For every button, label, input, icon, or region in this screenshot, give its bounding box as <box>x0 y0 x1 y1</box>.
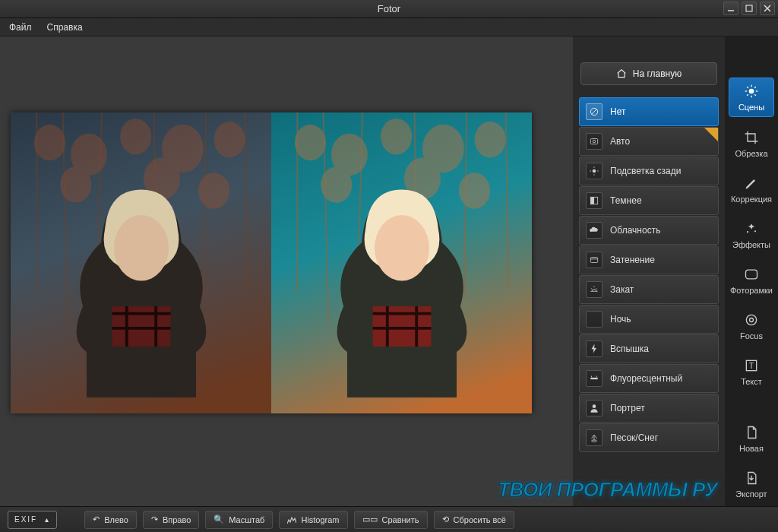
portrait-silhouette <box>310 179 492 413</box>
close-button[interactable] <box>760 2 775 15</box>
sunset-icon <box>586 281 602 298</box>
scene-item-flash[interactable]: Вспышка <box>579 334 719 363</box>
scene-item-night[interactable]: Ночь <box>579 305 719 334</box>
scene-item-sandsnow[interactable]: Песок/Снег <box>579 423 719 452</box>
tool-sparkles[interactable]: Эффекты <box>729 216 774 254</box>
scene-item-label: Песок/Снег <box>610 432 658 443</box>
rotate-left-button[interactable]: ↶Влево <box>84 511 137 529</box>
scene-item-label: Вспышка <box>610 344 649 354</box>
scene-list: НетАвтоПодсветка сзадиТемнееОблачностьЗа… <box>579 97 719 452</box>
svg-point-48 <box>593 169 596 173</box>
svg-rect-77 <box>746 270 757 279</box>
reset-button[interactable]: ⟲Сбросить всё <box>434 511 514 529</box>
pencil-icon <box>743 175 760 192</box>
tool-export[interactable]: Экспорт <box>729 465 774 503</box>
svg-line-74 <box>754 87 756 88</box>
tool-label: Новая <box>739 444 764 453</box>
svg-rect-54 <box>590 197 594 204</box>
svg-point-75 <box>747 231 748 233</box>
svg-point-66 <box>749 89 754 94</box>
compare-icon: ▭▭ <box>362 515 378 524</box>
compare-button[interactable]: ▭▭Сравнить <box>354 511 428 529</box>
scene-item-label: Авто <box>610 136 630 147</box>
scene-item-label: Закат <box>610 284 634 295</box>
svg-point-38 <box>374 215 429 280</box>
svg-line-58 <box>591 288 592 289</box>
tool-frame[interactable]: Фоторамки <box>729 261 774 299</box>
scene-item-portrait[interactable]: Портрет <box>579 394 719 423</box>
home-button[interactable]: На главную <box>580 62 717 85</box>
canvas-area <box>0 36 573 506</box>
scene-item-shade[interactable]: Затенение <box>579 245 719 274</box>
portrait-silhouette <box>49 179 232 413</box>
sandsnow-icon <box>586 429 602 446</box>
shade-icon <box>586 252 602 268</box>
target-icon <box>743 312 760 328</box>
svg-point-14 <box>214 122 245 158</box>
scene-item-sunset[interactable]: Закат <box>579 275 719 304</box>
tool-crop[interactable]: Обрезка <box>729 125 774 163</box>
tool-new[interactable]: Новая <box>729 420 774 458</box>
tool-label: Текст <box>741 377 762 386</box>
sun-icon <box>743 83 760 100</box>
svg-rect-55 <box>590 258 597 263</box>
chevron-up-icon: ▴ <box>45 515 50 524</box>
image-compare-view[interactable] <box>11 112 532 413</box>
svg-point-76 <box>754 230 756 232</box>
tool-pencil[interactable]: Коррекция <box>729 170 774 208</box>
auto-icon <box>586 133 602 150</box>
svg-point-12 <box>120 119 151 155</box>
scene-panel: На главную НетАвтоПодсветка сзадиТемнееО… <box>573 36 725 506</box>
none-icon <box>586 103 602 120</box>
tool-label: Фоторамки <box>730 286 773 295</box>
scene-item-label: Портрет <box>610 403 645 413</box>
scene-item-cloudy[interactable]: Облачность <box>579 216 719 245</box>
rotate-left-icon: ↶ <box>93 515 100 524</box>
tool-sun[interactable]: Сцены <box>729 78 774 117</box>
svg-rect-1 <box>746 5 752 11</box>
new-icon <box>743 424 760 441</box>
svg-rect-60 <box>590 378 597 379</box>
exif-button[interactable]: EXIF▴ <box>8 511 57 529</box>
scene-item-auto[interactable]: Авто <box>579 127 719 156</box>
darken-icon <box>586 192 602 209</box>
zoom-button[interactable]: 🔍Масштаб <box>205 511 273 529</box>
menu-file[interactable]: Файл <box>6 21 35 34</box>
image-original <box>11 112 271 413</box>
tool-label: Экспорт <box>735 489 767 499</box>
tool-label: Focus <box>740 331 763 340</box>
svg-point-78 <box>746 315 756 325</box>
svg-point-10 <box>34 125 65 161</box>
zoom-icon: 🔍 <box>213 515 224 524</box>
scene-item-backlight[interactable]: Подсветка сзади <box>579 157 719 185</box>
svg-line-72 <box>754 94 756 96</box>
svg-line-45 <box>592 109 597 115</box>
export-icon <box>743 470 760 486</box>
reset-icon: ⟲ <box>442 515 449 524</box>
svg-point-34 <box>475 122 506 158</box>
tool-text[interactable]: TТекст <box>729 353 774 391</box>
scene-item-darken[interactable]: Темнее <box>579 186 719 215</box>
window-controls <box>723 2 775 15</box>
histogram-button[interactable]: Histogram <box>279 511 347 529</box>
home-button-label: На главную <box>633 68 682 79</box>
svg-point-65 <box>592 440 597 442</box>
title-bar: Fotor <box>0 0 778 18</box>
minimize-button[interactable] <box>723 2 738 15</box>
fluorescent-icon <box>586 370 602 387</box>
rotate-right-button[interactable]: ↷Вправо <box>143 511 199 529</box>
cloudy-icon <box>586 222 602 239</box>
image-processed <box>271 112 532 413</box>
scene-item-label: Затенение <box>610 255 655 265</box>
svg-point-30 <box>295 125 326 161</box>
tool-label: Сцены <box>738 103 764 112</box>
flash-icon <box>586 340 602 357</box>
menu-help[interactable]: Справка <box>44 21 86 34</box>
maximize-button[interactable] <box>742 2 757 15</box>
scene-item-none[interactable]: Нет <box>579 97 719 126</box>
star-badge-icon <box>704 128 718 141</box>
tool-target[interactable]: Focus <box>729 307 774 345</box>
scene-item-fluorescent[interactable]: Флуоресцентный <box>579 364 719 393</box>
rotate-right-icon: ↷ <box>151 515 158 524</box>
svg-rect-46 <box>590 139 597 144</box>
